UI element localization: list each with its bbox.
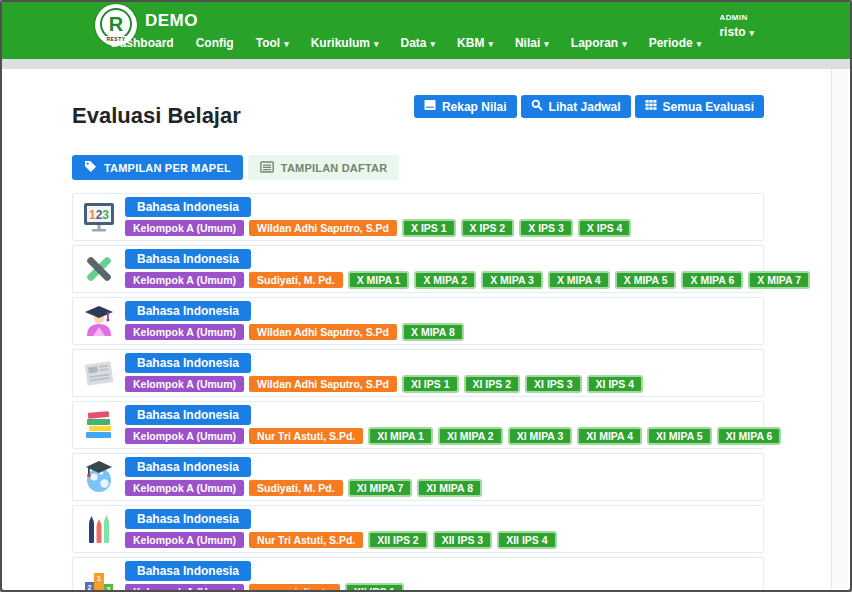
class-badge[interactable]: X MIPA 7 <box>748 271 810 289</box>
teacher-badge: Nur Tri Astuti, S.Pd. <box>249 532 363 548</box>
nav-item-data[interactable]: Data▾ <box>390 33 447 53</box>
class-badge[interactable]: XII IPS 4 <box>497 531 556 549</box>
table-icon <box>645 99 657 114</box>
class-badge[interactable]: X MIPA 8 <box>402 323 464 341</box>
lihat-jadwal-button[interactable]: Lihat Jadwal <box>521 95 631 118</box>
teacher-badge: wawan julianto <box>249 584 340 592</box>
group-badge: Kelompok A (Umum) <box>125 324 244 340</box>
newspaper-icon <box>81 355 117 391</box>
class-badge[interactable]: XI MIPA 6 <box>717 427 782 445</box>
nav-item-periode[interactable]: Periode▾ <box>638 33 713 53</box>
navbar-menu: DashboardConfigTool▾Kurikulum▾Data▾KBM▾N… <box>100 33 712 53</box>
badge-row: Kelompok A (Umum) Sudiyati, M. Pd. XI MI… <box>125 479 482 497</box>
nav-item-nilai[interactable]: Nilai▾ <box>504 33 560 53</box>
badge-row: Kelompok A (Umum) Sudiyati, M. Pd. X MIP… <box>125 271 810 289</box>
class-badge[interactable]: X MIPA 2 <box>414 271 476 289</box>
group-badge: Kelompok A (Umum) <box>125 376 244 392</box>
class-badge[interactable]: X IPS 1 <box>402 219 456 237</box>
chevron-down-icon: ▾ <box>431 39 436 49</box>
class-badge[interactable]: X IPS 3 <box>519 219 573 237</box>
svg-text:2: 2 <box>88 584 92 591</box>
class-badge[interactable]: XI MIPA 3 <box>508 427 573 445</box>
class-badge[interactable]: X MIPA 6 <box>681 271 743 289</box>
class-badge[interactable]: XI MIPA 5 <box>647 427 712 445</box>
subject-button[interactable]: Bahasa Indonesia <box>125 457 251 477</box>
app-window: R RESTY DEMO DashboardConfigTool▾Kurikul… <box>0 0 852 592</box>
badge-row: Kelompok A (Umum) Nur Tri Astuti, S.Pd. … <box>125 427 781 445</box>
chevron-down-icon: ▾ <box>749 28 754 38</box>
teacher-badge: Nur Tri Astuti, S.Pd. <box>249 428 363 444</box>
tab-tampilan-daftar[interactable]: TAMPILAN DAFTAR <box>248 155 399 180</box>
teacher-badge: Sudiyati, M. Pd. <box>249 480 343 496</box>
navbar-shadow-band <box>2 59 850 69</box>
graduate-icon <box>81 303 117 339</box>
badge-row: Kelompok A (Umum) Wildan Adhi Saputro, S… <box>125 323 464 341</box>
subject-button[interactable]: Bahasa Indonesia <box>125 405 251 425</box>
user-name[interactable]: risto▾ <box>719 25 754 39</box>
class-badge[interactable]: XI MIPA 4 <box>577 427 642 445</box>
rekap-nilai-button[interactable]: Rekap Nilai <box>414 95 517 118</box>
nav-item-kurikulum[interactable]: Kurikulum▾ <box>300 33 390 53</box>
user-menu[interactable]: ADMIN risto▾ <box>719 13 754 39</box>
class-badge[interactable]: X IPS 4 <box>578 219 632 237</box>
user-role-label: ADMIN <box>719 13 754 22</box>
podium-icon: 213 <box>81 563 117 592</box>
class-badge[interactable]: X MIPA 4 <box>548 271 610 289</box>
crossed-tools-icon <box>81 251 117 287</box>
app-logo[interactable]: R RESTY <box>95 4 137 46</box>
nav-item-kbm[interactable]: KBM▾ <box>446 33 504 53</box>
class-badge[interactable]: X MIPA 3 <box>481 271 543 289</box>
teacher-badge: Sudiyati, M. Pd. <box>249 272 343 288</box>
monitor-123-icon: 123 <box>81 199 117 235</box>
tag-icon <box>84 160 97 175</box>
nav-item-config[interactable]: Config <box>185 33 245 53</box>
subject-card: Bahasa Indonesia Kelompok A (Umum) Wilda… <box>72 349 764 397</box>
class-badge[interactable]: XII IPS 3 <box>433 531 492 549</box>
class-badge[interactable]: XII IPS 1 <box>345 583 404 592</box>
chevron-down-icon: ▾ <box>544 39 549 49</box>
class-badge[interactable]: XI MIPA 2 <box>438 427 503 445</box>
search-icon <box>531 99 543 114</box>
group-badge: Kelompok A (Umum) <box>125 428 244 444</box>
subject-button[interactable]: Bahasa Indonesia <box>125 197 251 217</box>
group-badge: Kelompok A (Umum) <box>125 480 244 496</box>
subject-button[interactable]: Bahasa Indonesia <box>125 561 251 581</box>
group-badge: Kelompok A (Umum) <box>125 532 244 548</box>
subject-card: Bahasa Indonesia Kelompok A (Umum) Wilda… <box>72 297 764 345</box>
list-icon <box>260 161 274 175</box>
group-badge: Kelompok A (Umum) <box>125 220 244 236</box>
class-badge[interactable]: X MIPA 5 <box>615 271 677 289</box>
nav-item-laporan[interactable]: Laporan▾ <box>560 33 638 53</box>
class-badge[interactable]: XI IPS 1 <box>402 375 459 393</box>
semua-evaluasi-button[interactable]: Semua Evaluasi <box>635 95 764 118</box>
brand-title[interactable]: DEMO <box>145 11 198 31</box>
badge-row: Kelompok A (Umum) Wildan Adhi Saputro, S… <box>125 219 631 237</box>
subject-button[interactable]: Bahasa Indonesia <box>125 353 251 373</box>
subject-card: Bahasa Indonesia Kelompok A (Umum) Sudiy… <box>72 245 764 293</box>
class-badge[interactable]: XI MIPA 7 <box>348 479 413 497</box>
badge-row: Kelompok A (Umum) wawan julianto XII IPS… <box>125 583 404 592</box>
logo-text: RESTY <box>105 36 126 42</box>
subject-button[interactable]: Bahasa Indonesia <box>125 249 251 269</box>
nav-item-tool[interactable]: Tool▾ <box>245 33 300 53</box>
scrollbar[interactable] <box>831 69 848 588</box>
svg-text:1: 1 <box>97 575 101 582</box>
tab-tampilan-per-mapel[interactable]: TAMPILAN PER MAPEL <box>72 155 243 180</box>
class-badge[interactable]: XI IPS 2 <box>464 375 521 393</box>
teacher-badge: Wildan Adhi Saputro, S.Pd <box>249 324 397 340</box>
subject-card: Bahasa Indonesia Kelompok A (Umum) Nur T… <box>72 505 764 553</box>
class-badge[interactable]: XI MIPA 1 <box>368 427 433 445</box>
page-title: Evaluasi Belajar <box>72 103 241 129</box>
class-badge[interactable]: XI MIPA 8 <box>417 479 482 497</box>
subject-card: Bahasa Indonesia Kelompok A (Umum) Sudiy… <box>72 453 764 501</box>
globe-graduation-icon <box>81 459 117 495</box>
class-badge[interactable]: XI IPS 4 <box>587 375 644 393</box>
class-badge[interactable]: X MIPA 1 <box>348 271 410 289</box>
chevron-down-icon: ▾ <box>374 39 379 49</box>
class-badge[interactable]: XII IPS 2 <box>368 531 427 549</box>
class-badge[interactable]: X IPS 2 <box>461 219 515 237</box>
class-badge[interactable]: XI IPS 3 <box>525 375 582 393</box>
subject-button[interactable]: Bahasa Indonesia <box>125 509 251 529</box>
subject-button[interactable]: Bahasa Indonesia <box>125 301 251 321</box>
evaluation-card-list: 123 Bahasa Indonesia Kelompok A (Umum) W… <box>72 193 764 592</box>
